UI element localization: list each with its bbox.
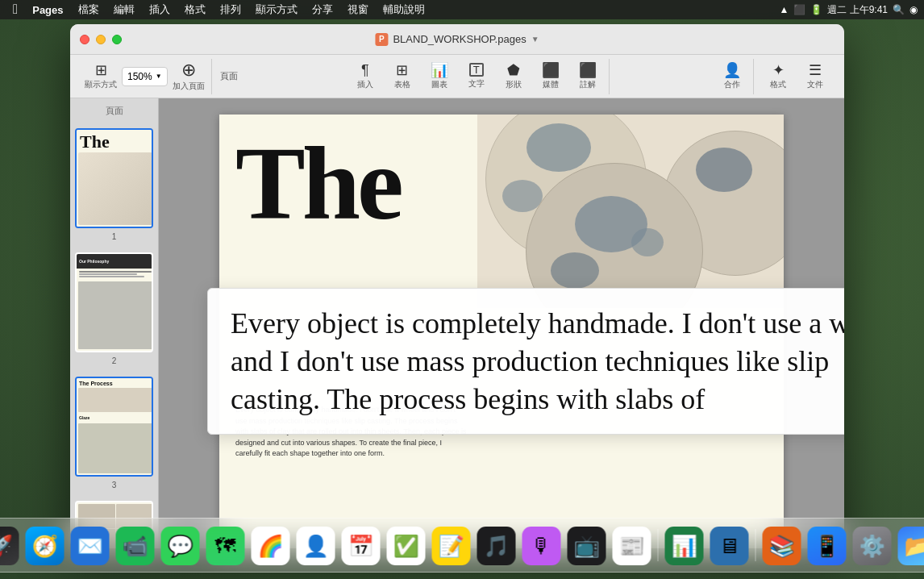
search-icon[interactable]: 🔍 (893, 4, 905, 15)
apple-menu[interactable]:  (6, 2, 24, 18)
dock-finder2[interactable]: 📂 (897, 525, 925, 567)
dock-calendar[interactable]: 📅 (340, 525, 382, 567)
dock-appletv[interactable]: 📺 (566, 525, 608, 567)
shape-button[interactable]: ⬟ 形狀 (496, 59, 531, 94)
page-3-thumbnail[interactable]: The Process Glaze (75, 377, 153, 477)
media-label: 媒體 (543, 79, 559, 90)
text-label: 文字 (468, 78, 485, 90)
titlebar: P BLAND_WORKSHOP.pages ▼ (70, 24, 844, 55)
mail-icon: ✉️ (71, 527, 110, 565)
collaborate-button[interactable]: 👤 合作 (714, 59, 750, 94)
dock-news[interactable]: 📰 (611, 525, 653, 567)
dock-photos[interactable]: 🌈 (250, 525, 292, 567)
menubar-share[interactable]: 分享 (306, 1, 339, 19)
insert-button[interactable]: ¶ 插入 (348, 59, 383, 94)
dock-keynote[interactable]: 🖥 (709, 525, 751, 567)
title-dropdown-icon[interactable]: ▼ (531, 35, 539, 44)
doc-icon: ☰ (809, 63, 822, 77)
menubar-edit[interactable]: 編輯 (107, 1, 141, 19)
minimize-button[interactable] (96, 35, 106, 44)
page-1-thumb-container: The 1 (75, 128, 153, 228)
reminders-icon: ✅ (387, 527, 426, 565)
music-icon: 🎵 (477, 527, 516, 565)
contacts-icon: 👤 (297, 527, 335, 565)
dock-reminders[interactable]: ✅ (385, 525, 427, 567)
comment-button[interactable]: ⬛ 註解 (570, 59, 606, 94)
format-label: 格式 (770, 79, 786, 90)
page-1-number: 1 (75, 232, 153, 241)
datetime-display: 週二 上午9:41 (827, 3, 888, 17)
close-button[interactable] (80, 35, 89, 44)
maps-icon: 🗺 (206, 527, 245, 565)
doc-button[interactable]: ☰ 文件 (797, 59, 833, 94)
menubar-format[interactable]: 格式 (178, 1, 212, 19)
thumb-2-content: Our Philosophy (77, 254, 153, 351)
safari-icon: 🧭 (26, 527, 65, 565)
plate-1-spot-1 (527, 123, 591, 172)
dock-notes[interactable]: 📝 (431, 525, 472, 567)
menubar-pages[interactable]: Pages (26, 2, 69, 18)
pages-section-label: 頁面 (215, 70, 243, 82)
dock-maps[interactable]: 🗺 (205, 525, 247, 567)
document-page: The (219, 115, 784, 548)
chart-icon: 📊 (431, 63, 448, 77)
calendar-icon: 📅 (342, 527, 381, 565)
menubar-insert[interactable]: 插入 (143, 1, 177, 19)
view-icon: ⊞ (95, 63, 107, 77)
page-2-thumb-container: Our Philosophy 2 (75, 252, 153, 352)
shape-label: 形狀 (506, 79, 522, 90)
add-page-button[interactable]: ⊕ 加入頁面 (169, 59, 208, 94)
dock-mail[interactable]: ✉️ (69, 525, 111, 567)
podcasts-icon: 🎙 (522, 527, 561, 565)
dock-facetime[interactable]: 📹 (114, 525, 156, 567)
siri-icon[interactable]: ◉ (909, 4, 918, 15)
page-3-number: 3 (75, 481, 153, 489)
dock-appstore[interactable]: 📱 (806, 525, 848, 567)
media-button[interactable]: ⬛ 媒體 (533, 59, 568, 94)
dock-books[interactable]: 📚 (761, 525, 803, 567)
view-label: 顯示方式 (85, 79, 117, 90)
table-button[interactable]: ⊞ 表格 (385, 59, 420, 94)
dock-numbers[interactable]: 📊 (664, 525, 705, 567)
menubar-help[interactable]: 輔助說明 (377, 1, 431, 19)
dock-music[interactable]: 🎵 (476, 525, 518, 567)
page-1-thumbnail[interactable]: The (75, 128, 153, 228)
keynote-icon: 🖥 (710, 527, 749, 565)
dock-launchpad[interactable]: 🚀 (0, 525, 21, 567)
view-button[interactable]: ⊞ 顯示方式 (81, 59, 120, 94)
dock-settings[interactable]: ⚙️ (851, 525, 893, 567)
dock-messages[interactable]: 💬 (160, 525, 202, 567)
maximize-button[interactable] (112, 35, 122, 44)
page-2-thumbnail[interactable]: Our Philosophy (75, 252, 153, 352)
airplay-icon: ⬛ (793, 4, 805, 15)
photos-icon: 🌈 (252, 527, 290, 565)
books-icon: 📚 (763, 527, 801, 565)
sidebar-label: 頁面 (75, 105, 153, 117)
dock-safari[interactable]: 🧭 (24, 525, 66, 567)
appletv-icon: 📺 (568, 527, 606, 565)
clay-plates-bg (477, 115, 784, 308)
appstore-icon: 📱 (808, 527, 847, 565)
document-canvas[interactable]: The (159, 98, 844, 548)
menubar-window[interactable]: 視窗 (341, 1, 375, 19)
wifi-icon: ▲ (779, 4, 789, 15)
menubar:  Pages 檔案 編輯 插入 格式 排列 顯示方式 分享 視窗 輔助說明 ▲… (0, 0, 924, 19)
menubar-view[interactable]: 顯示方式 (249, 1, 304, 19)
zoom-control[interactable]: 150% ▼ (122, 67, 168, 86)
tooltip-text-content: Every object is completely handmade. I d… (231, 305, 844, 418)
menubar-file[interactable]: 檔案 (72, 1, 106, 19)
menubar-arrange[interactable]: 排列 (214, 1, 248, 19)
chart-button[interactable]: 📊 圖表 (422, 59, 457, 94)
dock-podcasts[interactable]: 🎙 (521, 525, 563, 567)
toolbar-format-group: ✦ 格式 ☰ 文件 (757, 59, 836, 94)
settings-icon: ⚙️ (853, 527, 892, 565)
plate-3-spot-2 (551, 252, 599, 289)
format-button[interactable]: ✦ 格式 (760, 59, 796, 94)
media-icon: ⬛ (542, 63, 560, 77)
collaborate-icon: 👤 (723, 63, 741, 77)
collaborate-label: 合作 (724, 79, 740, 90)
dock-contacts[interactable]: 👤 (295, 525, 337, 567)
big-the-text: The (219, 115, 401, 235)
text-button[interactable]: T 文字 (459, 59, 494, 94)
pages-window: P BLAND_WORKSHOP.pages ▼ ⊞ 顯示方式 150% ▼ ⊕… (70, 24, 844, 548)
